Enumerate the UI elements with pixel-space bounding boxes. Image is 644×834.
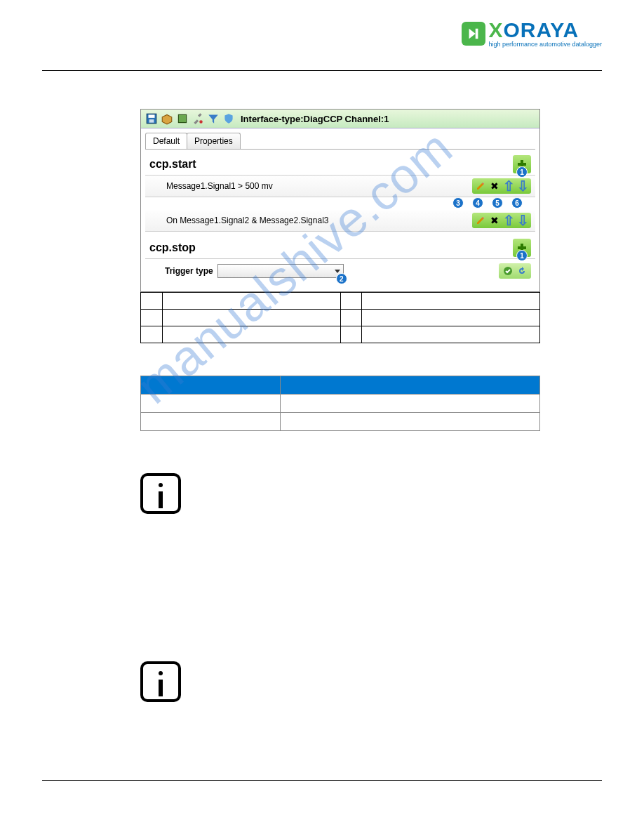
toolbar: Interface-type:DiagCCP Channel:1 (141, 110, 539, 128)
logo-tagline: high performance automotive datalogger (488, 41, 602, 48)
trigger-type-dropdown[interactable]: 2 (217, 264, 344, 278)
ccp-start-title: ccp.start (149, 158, 196, 171)
svg-rect-8 (518, 246, 526, 249)
edit-icon[interactable] (474, 214, 487, 227)
confirm-icon[interactable] (502, 265, 514, 277)
svg-rect-1 (149, 114, 155, 118)
rule-actions-2: ✖ ⇧ ⇩ (472, 213, 531, 228)
move-up-icon[interactable]: ⇧ (502, 214, 515, 227)
tab-strip: Default Properties (141, 128, 539, 149)
save-icon[interactable] (145, 112, 158, 125)
add-stop-rule-button[interactable]: 1 (513, 239, 531, 257)
header-divider (42, 70, 602, 71)
trigger-row: Trigger type 2 (145, 259, 535, 286)
table-cell (281, 395, 540, 413)
callout-badge-6: 6 (511, 197, 523, 208)
info-text-1 (194, 473, 540, 477)
info-icon (140, 661, 181, 702)
svg-point-4 (199, 120, 203, 124)
shield-icon[interactable] (222, 112, 235, 125)
ccp-stop-title: ccp.stop (149, 241, 196, 254)
info-note-2 (140, 661, 540, 702)
delete-icon[interactable]: ✖ (488, 180, 501, 192)
callout-badge-2: 2 (336, 273, 347, 284)
edit-icon[interactable] (474, 180, 487, 192)
svg-rect-6 (518, 163, 526, 166)
move-up-icon[interactable]: ⇧ (502, 180, 515, 192)
ccp-stop-header: ccp.stop 1 (145, 234, 535, 259)
info-icon (140, 473, 181, 514)
package-icon[interactable] (161, 112, 173, 125)
move-down-icon[interactable]: ⇩ (516, 214, 529, 227)
rule-row-2: On Message1.Signal2 & Message2.Signal3 ✖… (145, 210, 535, 232)
filter-icon[interactable] (207, 112, 220, 125)
app-screenshot: Interface-type:DiagCCP Channel:1 Default… (140, 109, 540, 292)
rule-text-2: On Message1.Signal2 & Message2.Signal3 (149, 216, 472, 225)
table-cell (281, 413, 540, 431)
callout-badge-4: 4 (472, 197, 483, 208)
brand-header: XORAYA high performance automotive datal… (462, 20, 602, 48)
footer-divider (42, 780, 602, 781)
info-text-2 (194, 661, 540, 666)
callout-legend-grid (140, 292, 540, 343)
table-cell (141, 395, 281, 413)
chip-icon[interactable] (176, 112, 189, 125)
svg-rect-3 (178, 114, 186, 122)
callout-badge-1b: 1 (516, 250, 528, 261)
undo-icon[interactable] (516, 265, 528, 277)
rule-row-1: Message1.Signal1 > 500 mv ✖ ⇧ ⇩ (145, 176, 535, 197)
logo-wordmark: XORAYA (488, 20, 602, 41)
tab-default[interactable]: Default (145, 133, 187, 149)
parameter-table (140, 376, 540, 431)
callout-badge-5: 5 (492, 197, 503, 208)
tab-properties[interactable]: Properties (187, 133, 241, 149)
info-note-1 (140, 473, 540, 514)
logo-arrow-icon (462, 22, 485, 46)
table-header-2 (281, 376, 540, 395)
trigger-type-label: Trigger type (165, 266, 213, 276)
move-down-icon[interactable]: ⇩ (516, 180, 529, 192)
add-start-rule-button[interactable]: 1 (513, 155, 531, 173)
table-header-1 (141, 376, 281, 395)
tools-icon[interactable] (192, 112, 204, 125)
ccp-start-header: ccp.start 1 (145, 151, 535, 176)
rule-text-1: Message1.Signal1 > 500 mv (149, 181, 472, 191)
callout-badge-3: 3 (452, 197, 464, 208)
callout-badge-1: 1 (516, 166, 528, 178)
rule-actions-1: ✖ ⇧ ⇩ (472, 178, 531, 194)
delete-icon[interactable]: ✖ (488, 214, 501, 227)
table-cell (141, 413, 281, 431)
svg-rect-2 (149, 119, 154, 123)
toolbar-title: Interface-type:DiagCCP Channel:1 (241, 114, 389, 124)
